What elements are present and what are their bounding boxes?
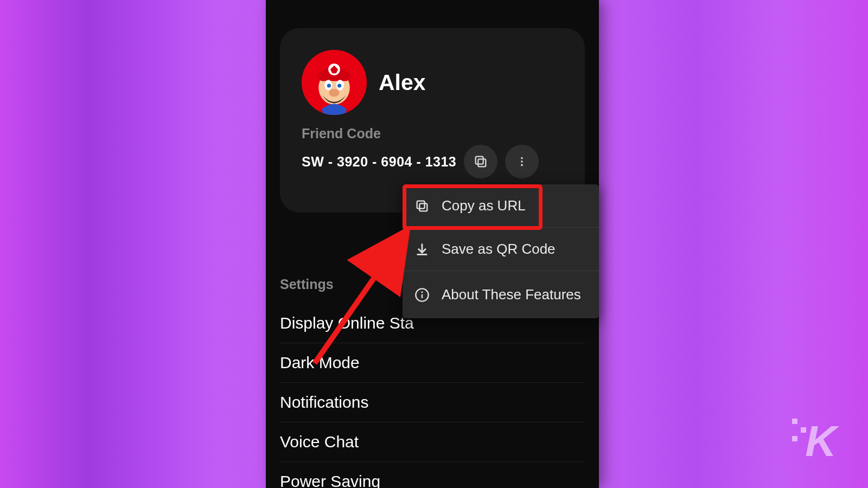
svg-rect-16 [417, 201, 425, 208]
user-name: Alex [379, 70, 426, 95]
settings-item-notifications[interactable]: Notifications [280, 383, 585, 422]
svg-point-7 [337, 84, 341, 87]
menu-item-label: Save as QR Code [442, 241, 556, 258]
copy-icon [473, 154, 488, 169]
copy-button[interactable] [464, 145, 497, 178]
settings-heading: Settings [280, 277, 334, 292]
svg-rect-11 [476, 157, 483, 164]
avatar[interactable] [302, 50, 367, 115]
svg-point-6 [327, 84, 331, 87]
menu-item-label: About These Features [442, 286, 581, 303]
settings-list: Display Online Sta Dark Mode Notificatio… [280, 304, 585, 488]
friend-code-menu: Copy as URL Save as QR Code About These … [403, 184, 599, 318]
svg-rect-15 [419, 203, 427, 211]
stage: Alex Friend Code SW - 3920 - 6904 - 1313 [0, 0, 868, 488]
watermark: K [805, 416, 834, 466]
menu-item-about-features[interactable]: About These Features [403, 271, 599, 318]
more-button[interactable] [505, 145, 539, 178]
settings-item-voice-chat[interactable]: Voice Chat [280, 422, 585, 462]
profile-row: Alex [280, 28, 585, 115]
mario-avatar-icon [302, 50, 367, 115]
info-icon [414, 287, 430, 303]
watermark-letter: K [805, 417, 834, 465]
friend-code-row: SW - 3920 - 6904 - 1313 [302, 145, 563, 178]
watermark-dots-icon [792, 419, 806, 441]
menu-item-save-as-qr[interactable]: Save as QR Code [403, 228, 599, 271]
settings-item-power-saving[interactable]: Power Saving [280, 462, 585, 488]
friend-code-value: SW - 3920 - 6904 - 1313 [302, 154, 456, 170]
menu-item-label: Copy as URL [442, 197, 526, 214]
svg-point-8 [329, 89, 339, 97]
svg-point-13 [521, 160, 523, 163]
settings-item-dark-mode[interactable]: Dark Mode [280, 343, 585, 383]
svg-point-19 [421, 291, 423, 293]
svg-point-12 [521, 157, 523, 159]
more-vertical-icon [516, 156, 528, 168]
copy-icon [414, 198, 430, 214]
svg-rect-10 [478, 159, 486, 166]
friend-code-label: Friend Code [302, 126, 563, 142]
download-icon [414, 242, 430, 257]
menu-item-copy-as-url[interactable]: Copy as URL [403, 184, 599, 228]
svg-rect-9 [330, 106, 338, 111]
friend-code-block: Friend Code SW - 3920 - 6904 - 1313 [280, 115, 585, 178]
svg-point-14 [521, 164, 523, 166]
